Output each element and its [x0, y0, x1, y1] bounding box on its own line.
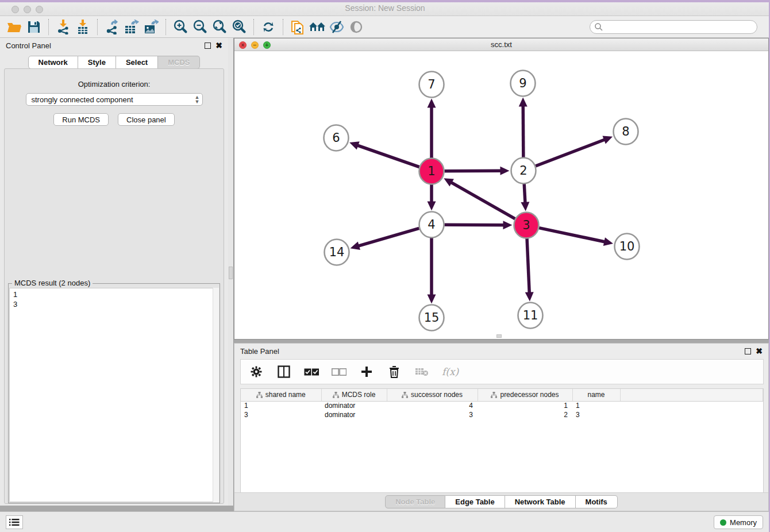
zoom-selected-icon[interactable] [229, 18, 249, 36]
table-cell[interactable]: 4 [387, 401, 478, 410]
table-cell[interactable]: 1 [478, 401, 572, 410]
panel-splitter[interactable] [228, 38, 234, 506]
delete-column-icon[interactable] [387, 364, 402, 379]
list-icon [9, 518, 20, 526]
control-panel-header: Control Panel ✖ [0, 38, 228, 53]
graph-node-label: 2 [519, 164, 527, 178]
network-splitter-handle[interactable] [496, 334, 502, 338]
toolbar-separator [97, 19, 98, 35]
graph-edge[interactable] [450, 182, 515, 219]
export-image-icon[interactable] [141, 18, 161, 36]
hide-graphics-details-icon[interactable] [327, 18, 346, 36]
node-table[interactable]: shared nameMCDS rolesuccessor nodesprede… [240, 388, 764, 493]
save-session-icon[interactable] [24, 18, 44, 36]
hierarchy-icon [402, 392, 408, 398]
table-cell[interactable]: 3 [572, 410, 620, 419]
search-input[interactable] [603, 21, 757, 33]
tab-style[interactable]: Style [78, 56, 116, 69]
network-overview-icon[interactable] [307, 18, 327, 36]
run-mcds-button[interactable]: Run MCDS [53, 113, 109, 126]
table-cell[interactable]: 1 [572, 401, 620, 410]
zoom-fit-icon[interactable] [210, 18, 229, 36]
tab-select[interactable]: Select [116, 56, 158, 69]
mcds-result-title: MCDS result (2 nodes) [12, 279, 93, 287]
tab-motifs[interactable]: Motifs [576, 495, 618, 508]
table-panel-title: Table Panel [240, 347, 279, 356]
zoom-in-icon[interactable] [171, 18, 190, 36]
network-maximize-button[interactable]: + [263, 41, 271, 49]
tab-network[interactable]: Network [28, 56, 78, 69]
table-panel: Table Panel ✖ [234, 343, 769, 511]
float-panel-icon[interactable] [205, 43, 211, 49]
export-network-icon[interactable] [102, 18, 122, 36]
control-panel: Control Panel ✖ Network Style Select MCD… [0, 38, 228, 506]
tab-node-table[interactable]: Node Table [385, 495, 445, 508]
tab-edge-table[interactable]: Edge Table [445, 495, 505, 508]
deselect-all-icon[interactable] [332, 364, 346, 379]
task-history-button[interactable] [6, 515, 23, 529]
zoom-out-icon[interactable] [190, 18, 210, 36]
export-table-icon[interactable] [122, 18, 141, 36]
network-close-button[interactable]: × [239, 41, 247, 49]
graph-edge[interactable] [444, 225, 505, 225]
graph-edge[interactable] [527, 238, 529, 294]
select-all-checked-icon[interactable] [304, 364, 319, 379]
table-cell[interactable]: dominator [321, 401, 387, 410]
settings-gear-icon[interactable] [249, 364, 264, 379]
graph-node-label: 1 [428, 164, 435, 178]
graph-edge[interactable] [523, 104, 523, 157]
import-table-icon[interactable] [73, 18, 93, 36]
graph-edge[interactable] [536, 139, 606, 166]
search-box[interactable] [590, 20, 757, 34]
birds-eye-view-icon[interactable] [346, 18, 366, 36]
network-window-titlebar[interactable]: × − + scc.txt [234, 38, 768, 51]
optimization-criterion-dropdown[interactable]: strongly connected component ▲▼ [26, 93, 203, 106]
application-window: Session: New Session [0, 0, 770, 532]
close-panel-button[interactable]: Close panel [118, 113, 175, 126]
network-canvas[interactable]: 1234678910111415 [234, 51, 768, 339]
hierarchy-icon [491, 392, 497, 398]
memory-button[interactable]: Memory [714, 515, 763, 529]
table-cell[interactable]: 3 [241, 410, 321, 419]
column-header[interactable]: name [572, 389, 620, 401]
mcds-result-list[interactable]: 13 [9, 288, 219, 502]
splitter-handle[interactable] [229, 267, 233, 279]
graph-edge[interactable] [357, 228, 419, 246]
column-layout-icon[interactable] [276, 364, 291, 379]
clone-network-icon[interactable] [288, 18, 307, 36]
add-column-icon[interactable] [359, 364, 374, 379]
table-row[interactable]: 1dominator411 [241, 401, 763, 410]
table-panel-header: Table Panel ✖ [234, 344, 768, 358]
hierarchy-icon [256, 392, 263, 398]
close-table-panel-icon[interactable]: ✖ [756, 348, 763, 354]
edge-arrowhead [525, 292, 534, 301]
toolbar-separator [253, 19, 254, 35]
column-header[interactable]: MCDS role [321, 389, 387, 401]
network-graph[interactable]: 1234678910111415 [234, 51, 768, 339]
window-frame-accent [0, 0, 770, 2]
graph-edge[interactable] [524, 183, 525, 204]
graph-edge[interactable] [539, 228, 606, 242]
float-table-panel-icon[interactable] [745, 348, 751, 354]
mcds-result-box: MCDS result (2 nodes) 13 [8, 283, 220, 503]
graph-edge[interactable] [356, 145, 419, 167]
column-header[interactable]: shared name [241, 389, 321, 401]
column-header[interactable]: predecessor nodes [478, 389, 572, 401]
column-header[interactable]: successor nodes [387, 389, 478, 401]
close-panel-icon[interactable]: ✖ [215, 43, 222, 49]
tab-mcds[interactable]: MCDS [158, 56, 200, 69]
import-network-icon[interactable] [53, 18, 73, 36]
result-line: 1 [13, 290, 218, 299]
table-cell[interactable]: 2 [478, 410, 572, 419]
table-cell[interactable]: dominator [321, 410, 387, 419]
result-line: 3 [13, 299, 218, 309]
open-session-icon[interactable] [5, 18, 24, 36]
graph-edge[interactable] [444, 171, 502, 171]
network-minimize-button[interactable]: − [251, 41, 259, 49]
result-scrollbar[interactable] [213, 288, 219, 502]
refresh-view-icon[interactable] [259, 18, 278, 36]
table-cell[interactable]: 3 [387, 410, 478, 419]
tab-network-table[interactable]: Network Table [505, 495, 576, 508]
table-cell[interactable]: 1 [241, 401, 321, 410]
table-row[interactable]: 3dominator323 [241, 410, 763, 419]
